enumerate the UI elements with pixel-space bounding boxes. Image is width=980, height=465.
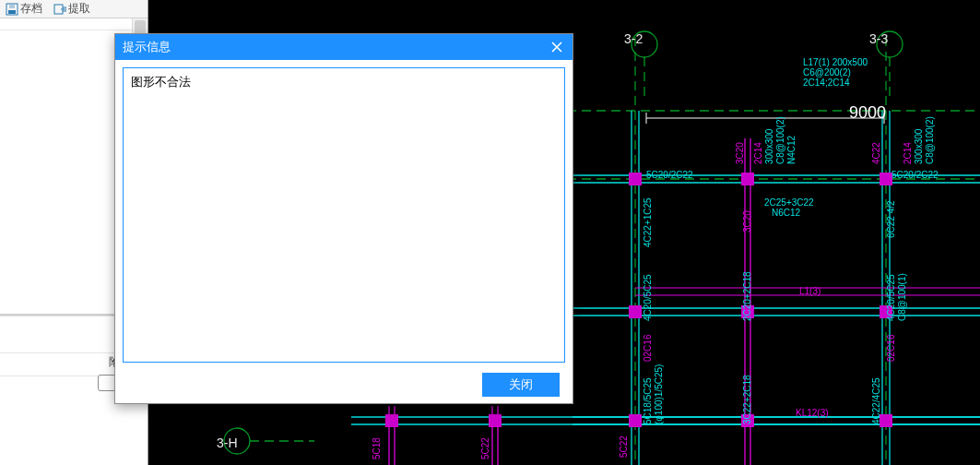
beam-label: C6@200(2): [803, 67, 851, 78]
dialog-titlebar[interactable]: 提示信息: [115, 34, 573, 60]
beam-label: 5C20/2C22: [891, 170, 939, 180]
ribbon-extract-label: 提取: [68, 1, 90, 17]
beam-label: 2C14: [903, 142, 913, 164]
axis-tag: 3-2: [624, 31, 643, 46]
svg-rect-32: [741, 173, 754, 185]
dialog-body: 图形不合法: [123, 67, 565, 363]
svg-rect-41: [489, 414, 502, 427]
beam-label: 02C16: [886, 335, 896, 362]
beam-label: (φ100)1/5C25): [654, 364, 664, 424]
ribbon-save-label: 存档: [20, 1, 42, 17]
close-button-label: 关闭: [509, 376, 533, 393]
beam-label: L1(3): [799, 286, 821, 296]
beam-label: 2C20+2C18: [742, 271, 752, 321]
beam-label: 4C20/5C25: [643, 274, 653, 321]
beam-label: 3C20: [735, 142, 745, 164]
dialog-title: 提示信息: [123, 39, 171, 55]
beam-label: 5C22: [480, 437, 490, 459]
beam-label: 5C22: [619, 435, 629, 458]
save-icon: [6, 3, 18, 16]
beam-label: C8@100(2): [925, 116, 935, 164]
beam-label: 4C20/5C25: [886, 274, 896, 321]
beam-label: KL12(3): [796, 408, 829, 418]
svg-rect-39: [880, 414, 892, 427]
beam-label: 300x300: [914, 129, 924, 164]
close-icon[interactable]: [549, 39, 565, 55]
close-button[interactable]: 关闭: [482, 373, 560, 397]
ribbon-save[interactable]: 存档: [6, 1, 42, 17]
svg-rect-40: [385, 414, 398, 427]
beam-label: 4C22/4C25: [871, 377, 881, 424]
axis-tag: 3-H: [217, 435, 238, 450]
ribbon: 存档 提取: [0, 0, 148, 18]
beam-label: 5C20/2C22: [646, 170, 693, 180]
beam-label: 5C18/5C25: [643, 377, 653, 424]
beam-label: 4C22+1C25: [643, 197, 653, 247]
svg-rect-37: [629, 414, 642, 427]
beam-label: 6C22 4/2: [886, 200, 896, 238]
dimension-text: 9000: [849, 103, 886, 123]
ribbon-extract[interactable]: 提取: [53, 1, 90, 17]
svg-rect-1: [8, 10, 16, 14]
beam-label: C8@100(2): [775, 116, 785, 164]
message-dialog: 提示信息 图形不合法 关闭: [114, 33, 573, 404]
beam-label: N4C12: [786, 136, 797, 164]
svg-rect-34: [629, 305, 642, 318]
dialog-message: 图形不合法: [131, 75, 191, 89]
dialog-footer: 关闭: [115, 366, 573, 403]
beam-label: L17(1) 200x500: [803, 57, 868, 67]
beam-label: 3C20: [742, 210, 752, 232]
beam-label: C8@100(1): [897, 273, 907, 321]
svg-rect-31: [629, 173, 642, 185]
extract-icon: [53, 3, 66, 16]
svg-rect-2: [9, 5, 15, 8]
beam-label: 3C22+2C18: [742, 375, 752, 424]
beam-label: 300x300: [764, 129, 774, 164]
beam-label: 02C16: [643, 335, 653, 362]
beam-label: 2C14: [753, 142, 763, 164]
beam-label: 2C25+3C22: [764, 197, 814, 208]
beam-label: 4C22: [871, 142, 881, 164]
svg-rect-33: [880, 173, 892, 185]
beam-label: 5C18: [372, 437, 382, 459]
beam-label: 2C14;2C14: [803, 78, 850, 88]
beam-label: N6C12: [772, 208, 800, 218]
axis-tag: 3-3: [869, 31, 888, 46]
